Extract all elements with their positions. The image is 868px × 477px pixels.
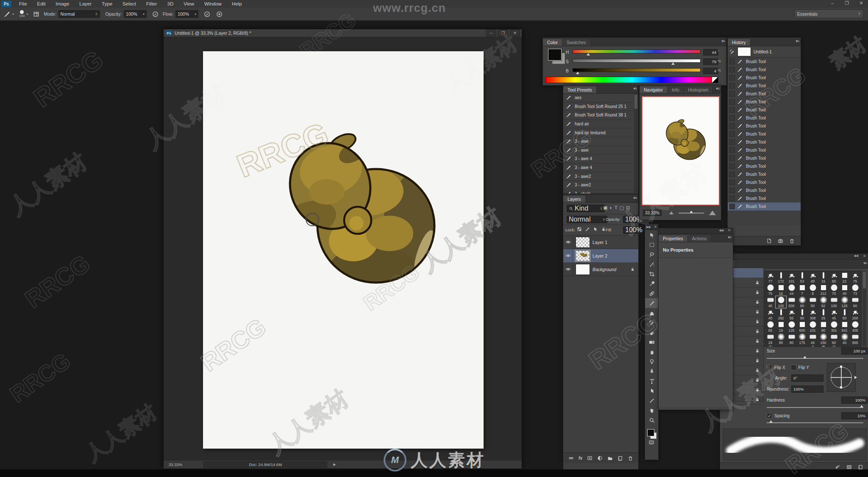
brush-tip[interactable]: 80 — [776, 333, 786, 345]
history-state[interactable]: Brush Tool — [728, 98, 801, 106]
brush-tip[interactable]: 965 — [850, 333, 860, 345]
tab-color[interactable]: Color — [543, 39, 562, 46]
opacity-field[interactable]: 100%▾ — [124, 10, 147, 18]
toggle-brush-panel-icon[interactable] — [33, 11, 39, 17]
brush-tip[interactable] — [776, 345, 786, 347]
menu-image[interactable]: Image — [50, 0, 74, 8]
tool-smudge[interactable] — [645, 347, 658, 357]
category-lock-icon[interactable] — [755, 329, 760, 334]
collapse-panel-icon[interactable]: ◀◀ — [854, 254, 858, 258]
spectrum-bw-corner[interactable] — [712, 77, 718, 83]
layer-name[interactable]: Background — [593, 267, 616, 272]
status-play-icon[interactable]: ▶ — [333, 463, 336, 466]
tool-preset-item[interactable]: 3 - chalk — [563, 190, 638, 194]
history-source-well[interactable] — [729, 99, 735, 105]
tool-eyedropper[interactable] — [645, 279, 658, 288]
color-slider-thumb-s[interactable] — [671, 62, 675, 65]
panel-menu-icon[interactable]: ▾≡ — [721, 39, 725, 43]
brush-tip[interactable]: 40 — [765, 308, 776, 320]
brush-preset-picker[interactable]: 100 — [19, 10, 25, 18]
brush-tip[interactable]: 500 — [786, 296, 797, 308]
brush-tip[interactable]: 55 — [786, 308, 797, 320]
brush-tip[interactable]: 44 — [786, 284, 797, 296]
panel-menu-icon[interactable]: ▾≡ — [796, 39, 799, 43]
tool-presets-tab[interactable]: Tool Presets — [563, 86, 597, 93]
brush-tip[interactable]: 70 — [829, 284, 839, 296]
tool-history-brush[interactable] — [645, 318, 658, 327]
brush-tip[interactable]: 301 — [829, 321, 839, 333]
brush-tip[interactable]: 641 — [839, 321, 850, 333]
doc-minimize-button[interactable]: – — [486, 29, 496, 36]
history-source-well[interactable] — [729, 188, 735, 193]
color-slider-thumb-b[interactable] — [576, 72, 579, 74]
tool-dodge[interactable] — [645, 357, 658, 366]
new-group-icon[interactable] — [607, 455, 613, 461]
tool-preset-item[interactable]: Brush Tool Soft Round 38 1 — [563, 111, 638, 120]
layer-thumbnail[interactable] — [576, 250, 590, 261]
roundness-field[interactable]: 100% — [791, 385, 823, 393]
history-state[interactable]: Brush Tool — [728, 202, 801, 211]
brush-tip[interactable]: 75 — [765, 284, 776, 296]
history-source-well[interactable] — [729, 107, 735, 113]
layer-name[interactable]: Layer 2 — [593, 253, 607, 258]
brush-grid-scrollbar[interactable] — [862, 271, 866, 346]
history-state[interactable]: Brush Tool — [728, 90, 801, 98]
tool-preset-item[interactable]: hard air — [563, 120, 638, 129]
flip-x-checkbox[interactable] — [767, 365, 772, 370]
size-slider[interactable] — [767, 358, 863, 359]
brush-tip[interactable]: 65 — [765, 321, 776, 333]
tool-preset-item[interactable]: 3 - awe2 — [563, 181, 638, 190]
tool-crop[interactable] — [645, 269, 658, 279]
brush-tip[interactable]: 73 — [850, 284, 860, 296]
spacing-slider-thumb[interactable] — [769, 420, 773, 423]
tool-move[interactable] — [645, 230, 658, 240]
menu-view[interactable]: View — [178, 0, 199, 8]
brush-tip[interactable]: 405 — [850, 321, 860, 333]
history-snapshot-row[interactable]: Untitled-1 — [728, 46, 801, 58]
history-source-well[interactable] — [729, 115, 735, 121]
category-lock-icon[interactable] — [755, 290, 760, 295]
tool-pen[interactable] — [645, 366, 658, 376]
navigator-preview[interactable] — [642, 96, 720, 205]
chevron-down-icon[interactable]: ▾ — [26, 12, 28, 16]
brush-tip[interactable]: 40 — [807, 272, 818, 283]
zoom-out-icon[interactable] — [669, 211, 673, 214]
brush-tip[interactable]: 101 — [807, 321, 818, 333]
blend-mode-select[interactable]: Normal⇕ — [567, 216, 607, 223]
brush-tip[interactable]: 50 — [839, 308, 850, 320]
layer-opacity-field[interactable]: 100%▾ — [623, 216, 641, 223]
brush-tip[interactable] — [818, 345, 829, 347]
brush-tool-icon[interactable] — [3, 11, 11, 18]
category-lock-icon[interactable] — [755, 319, 760, 324]
tool-clone-stamp[interactable] — [645, 308, 658, 318]
tool-magic-wand[interactable] — [645, 259, 658, 269]
new-document-from-state-icon[interactable] — [766, 238, 772, 244]
tool-lasso[interactable] — [645, 250, 658, 259]
brush-tip[interactable]: 125 — [786, 321, 797, 333]
zoom-in-icon[interactable] — [709, 211, 716, 215]
brush-tip[interactable]: 212 — [818, 284, 829, 296]
history-source-well[interactable] — [729, 164, 735, 169]
position-lock-icon[interactable] — [593, 227, 598, 232]
history-state[interactable]: Brush Tool — [728, 106, 801, 114]
history-state[interactable]: Brush Tool — [728, 146, 801, 154]
transparency-lock-icon[interactable] — [577, 227, 582, 232]
tool-brush[interactable] — [645, 298, 658, 308]
delete-state-icon[interactable] — [789, 238, 795, 244]
menu-select[interactable]: Select — [117, 0, 141, 8]
brush-tip[interactable]: 200 — [850, 308, 860, 320]
brush-tip[interactable] — [829, 345, 839, 347]
hardness-field[interactable]: 100% — [841, 397, 868, 404]
history-state[interactable]: Brush Tool — [728, 138, 801, 146]
color-value-b[interactable]: 4 — [703, 68, 718, 74]
tool-preset-item[interactable]: 3 - awe 4 — [563, 155, 638, 164]
history-source-well[interactable] — [729, 83, 735, 89]
history-state[interactable]: Brush Tool — [728, 114, 801, 122]
tool-preset-item[interactable]: Brush Tool Soft Round 25 1 — [563, 103, 638, 111]
menu-3d[interactable]: 3D — [162, 0, 179, 8]
app-close-button[interactable]: ✕ — [857, 0, 865, 6]
brush-tip[interactable] — [850, 345, 860, 347]
spacing-checkbox[interactable]: ✓ — [767, 413, 772, 419]
brush-tip[interactable]: 15 — [818, 272, 829, 283]
layer-visibility-toggle[interactable] — [563, 249, 573, 262]
